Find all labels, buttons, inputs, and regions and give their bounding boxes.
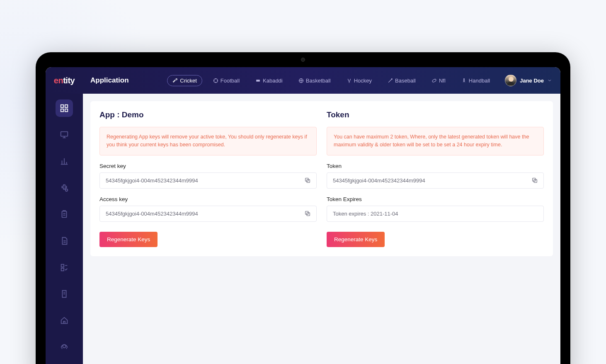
sidebar-item-document[interactable] bbox=[56, 232, 73, 250]
copy-token-button[interactable] bbox=[530, 176, 539, 185]
device-camera-icon bbox=[301, 58, 305, 62]
sport-hockey[interactable]: Hockey bbox=[342, 75, 377, 86]
sidebar bbox=[46, 94, 83, 364]
main-card: App : Demo Regenerating App keys will re… bbox=[90, 101, 553, 256]
app-warning: Regenerating App keys will remove your a… bbox=[99, 127, 317, 155]
access-key-value: 54345fgkjgoi4-004m452342344m9994 bbox=[106, 211, 198, 217]
copy-access-button[interactable] bbox=[303, 209, 312, 218]
svg-point-0 bbox=[176, 78, 177, 80]
sidebar-item-integrations[interactable] bbox=[56, 179, 73, 197]
sport-kabaddi[interactable]: Kabaddi bbox=[250, 75, 288, 86]
clipboard-icon bbox=[60, 210, 69, 219]
svg-rect-10 bbox=[65, 109, 68, 112]
football-icon bbox=[213, 78, 218, 83]
sport-cricket[interactable]: Cricket bbox=[167, 75, 202, 86]
svg-point-4 bbox=[391, 78, 392, 79]
brand-logo[interactable]: entity bbox=[46, 76, 83, 85]
token-expires-field: Token expires : 2021-11-04 bbox=[327, 206, 544, 222]
svg-rect-9 bbox=[61, 109, 63, 112]
sports-nav: Cricket Football Kabaddi Basketball Hock… bbox=[167, 75, 495, 86]
monitor-icon bbox=[60, 130, 69, 139]
sport-handball[interactable]: Handball bbox=[456, 75, 495, 86]
sport-label: Handball bbox=[469, 78, 490, 84]
checklist-icon bbox=[60, 263, 69, 272]
sport-label: Baseball bbox=[395, 78, 416, 84]
page-icon bbox=[60, 289, 69, 298]
copy-icon bbox=[304, 210, 311, 217]
app-body: App : Demo Regenerating App keys will re… bbox=[46, 94, 560, 364]
token-label: Token bbox=[327, 163, 544, 169]
regenerate-token-button[interactable]: Regenerate Keys bbox=[327, 232, 385, 247]
user-name: Jane Doe bbox=[520, 78, 544, 84]
app-title: App : Demo bbox=[99, 110, 317, 119]
kabaddi-icon bbox=[255, 78, 261, 83]
page-title: Application bbox=[90, 76, 129, 85]
token-section: Token You can have maximum 2 token, Wher… bbox=[327, 110, 544, 247]
svg-rect-7 bbox=[61, 105, 63, 107]
sport-label: Nfl bbox=[439, 78, 446, 84]
hockey-icon bbox=[347, 78, 352, 83]
user-menu[interactable]: Jane Doe bbox=[505, 75, 552, 86]
secret-key-value: 54345fgkjgoi4-004m452342344m9994 bbox=[106, 177, 198, 184]
svg-point-12 bbox=[65, 189, 68, 192]
sidebar-item-home[interactable] bbox=[56, 312, 73, 329]
access-key-label: Access key bbox=[99, 196, 317, 202]
dashboard-grid-icon bbox=[60, 104, 69, 113]
sport-baseball[interactable]: Baseball bbox=[383, 75, 421, 86]
svg-point-5 bbox=[432, 78, 436, 83]
svg-rect-15 bbox=[61, 268, 64, 271]
bar-chart-icon bbox=[60, 157, 69, 166]
sidebar-item-monitor[interactable] bbox=[56, 126, 73, 143]
sport-label: Hockey bbox=[354, 78, 372, 84]
sport-label: Cricket bbox=[180, 78, 196, 84]
svg-point-6 bbox=[463, 78, 464, 79]
secret-key-label: Secret key bbox=[99, 163, 317, 169]
app-keys-section: App : Demo Regenerating App keys will re… bbox=[99, 110, 317, 247]
copy-icon bbox=[304, 177, 311, 184]
sidebar-item-dashboard[interactable] bbox=[56, 99, 73, 117]
regenerate-app-keys-button[interactable]: Regenerate Keys bbox=[99, 232, 158, 247]
svg-rect-14 bbox=[61, 265, 64, 267]
svg-rect-11 bbox=[61, 132, 68, 136]
topbar: entity Application Cricket Football Kaba… bbox=[46, 67, 560, 94]
sport-football[interactable]: Football bbox=[208, 75, 245, 86]
sport-label: Kabaddi bbox=[263, 78, 283, 84]
svg-rect-8 bbox=[65, 105, 68, 107]
device-frame: entity Application Cricket Football Kaba… bbox=[36, 52, 570, 364]
sport-basketball[interactable]: Basketball bbox=[293, 75, 336, 86]
access-key-field: 54345fgkjgoi4-004m452342344m9994 bbox=[99, 206, 317, 222]
secret-key-field: 54345fgkjgoi4-004m452342344m9994 bbox=[99, 172, 317, 189]
document-icon bbox=[60, 236, 69, 245]
sidebar-item-support[interactable] bbox=[56, 338, 73, 356]
handball-icon bbox=[461, 78, 467, 83]
sport-nfl[interactable]: Nfl bbox=[427, 75, 451, 86]
chevron-down-icon bbox=[547, 78, 552, 83]
token-title: Token bbox=[327, 110, 544, 119]
main-content: App : Demo Regenerating App keys will re… bbox=[83, 94, 560, 364]
sport-label: Football bbox=[221, 78, 240, 84]
cricket-icon bbox=[172, 78, 178, 83]
token-warning: You can have maximum 2 token, Where, onl… bbox=[327, 127, 544, 155]
sidebar-item-page[interactable] bbox=[56, 285, 73, 303]
sport-label: Basketball bbox=[306, 78, 331, 84]
baseball-icon bbox=[388, 78, 393, 83]
sidebar-item-analytics[interactable] bbox=[56, 153, 73, 170]
svg-rect-13 bbox=[62, 211, 67, 218]
headset-icon bbox=[60, 342, 69, 352]
puzzle-icon bbox=[60, 183, 69, 192]
copy-icon bbox=[531, 177, 538, 184]
nfl-icon bbox=[431, 78, 437, 83]
sidebar-item-checklist[interactable] bbox=[56, 259, 73, 276]
sidebar-item-clipboard[interactable] bbox=[56, 206, 73, 223]
token-field: 54345fgkjgoi4-004m452342344m9994 bbox=[327, 172, 544, 189]
home-icon bbox=[60, 316, 69, 325]
basketball-icon bbox=[298, 78, 304, 83]
token-value: 54345fgkjgoi4-004m452342344m9994 bbox=[333, 177, 425, 184]
svg-rect-2 bbox=[256, 80, 260, 81]
copy-secret-button[interactable] bbox=[303, 176, 312, 185]
token-expires-label: Token Expires bbox=[327, 196, 544, 202]
avatar bbox=[505, 75, 516, 86]
device-screen: entity Application Cricket Football Kaba… bbox=[46, 67, 560, 364]
token-expires-value: Token expires : 2021-11-04 bbox=[333, 211, 398, 217]
